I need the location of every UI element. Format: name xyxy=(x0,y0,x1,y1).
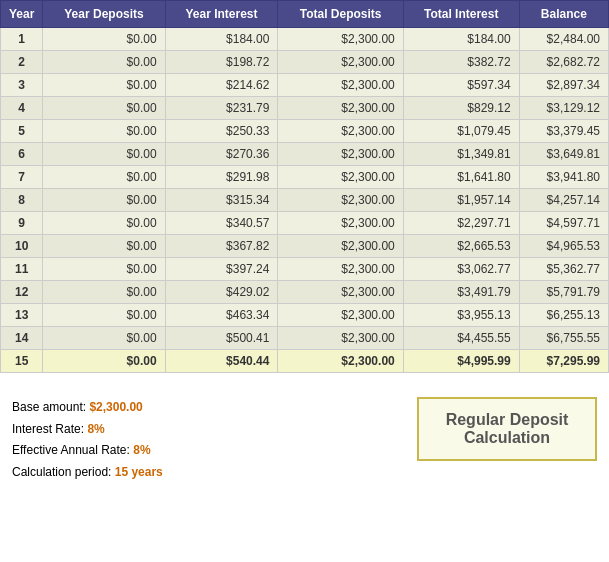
cell-total-deposits: $2,300.00 xyxy=(278,281,403,304)
cell-year: 5 xyxy=(1,120,43,143)
cell-year-interest: $198.72 xyxy=(165,51,278,74)
cell-total-deposits: $2,300.00 xyxy=(278,235,403,258)
cell-total-deposits: $2,300.00 xyxy=(278,189,403,212)
cell-year: 3 xyxy=(1,74,43,97)
table-row: 2$0.00$198.72$2,300.00$382.72$2,682.72 xyxy=(1,51,609,74)
effective-rate-label: Effective Annual Rate: xyxy=(12,443,133,457)
base-amount-value: $2,300.00 xyxy=(89,400,142,414)
table-row: 7$0.00$291.98$2,300.00$1,641.80$3,941.80 xyxy=(1,166,609,189)
table-row: 3$0.00$214.62$2,300.00$597.34$2,897.34 xyxy=(1,74,609,97)
cell-year-interest: $500.41 xyxy=(165,327,278,350)
cell-year: 1 xyxy=(1,28,43,51)
cell-year-deposits: $0.00 xyxy=(43,235,165,258)
cell-year-interest: $184.00 xyxy=(165,28,278,51)
cell-balance: $4,257.14 xyxy=(519,189,608,212)
cell-year: 11 xyxy=(1,258,43,281)
cell-total-interest: $2,665.53 xyxy=(403,235,519,258)
cell-year: 14 xyxy=(1,327,43,350)
cell-year: 9 xyxy=(1,212,43,235)
col-header-balance: Balance xyxy=(519,1,608,28)
cell-year: 6 xyxy=(1,143,43,166)
cell-year-interest: $340.57 xyxy=(165,212,278,235)
table-row: 6$0.00$270.36$2,300.00$1,349.81$3,649.81 xyxy=(1,143,609,166)
table-row: 8$0.00$315.34$2,300.00$1,957.14$4,257.14 xyxy=(1,189,609,212)
footer-box-text: Regular Deposit Calculation xyxy=(446,411,569,447)
table-header-row: Year Year Deposits Year Interest Total D… xyxy=(1,1,609,28)
cell-year-deposits: $0.00 xyxy=(43,51,165,74)
cell-year-interest: $397.24 xyxy=(165,258,278,281)
cell-year-interest: $429.02 xyxy=(165,281,278,304)
table-row: 14$0.00$500.41$2,300.00$4,455.55$6,755.5… xyxy=(1,327,609,350)
cell-year-interest: $367.82 xyxy=(165,235,278,258)
cell-year: 8 xyxy=(1,189,43,212)
cell-total-deposits: $2,300.00 xyxy=(278,74,403,97)
cell-total-interest: $4,995.99 xyxy=(403,350,519,373)
effective-rate-value: 8% xyxy=(133,443,150,457)
cell-total-interest: $3,062.77 xyxy=(403,258,519,281)
cell-year-interest: $231.79 xyxy=(165,97,278,120)
cell-year: 2 xyxy=(1,51,43,74)
col-header-total-interest: Total Interest xyxy=(403,1,519,28)
interest-rate-label: Interest Rate: xyxy=(12,422,87,436)
base-amount-line: Base amount: $2,300.00 xyxy=(12,397,163,419)
cell-balance: $4,965.53 xyxy=(519,235,608,258)
cell-total-interest: $3,955.13 xyxy=(403,304,519,327)
footer-info: Base amount: $2,300.00 Interest Rate: 8%… xyxy=(12,397,163,483)
cell-year: 4 xyxy=(1,97,43,120)
cell-year-deposits: $0.00 xyxy=(43,143,165,166)
cell-total-interest: $184.00 xyxy=(403,28,519,51)
cell-balance: $7,295.99 xyxy=(519,350,608,373)
table-row: 9$0.00$340.57$2,300.00$2,297.71$4,597.71 xyxy=(1,212,609,235)
calculation-table: Year Year Deposits Year Interest Total D… xyxy=(0,0,609,373)
cell-balance: $3,649.81 xyxy=(519,143,608,166)
cell-total-deposits: $2,300.00 xyxy=(278,166,403,189)
cell-balance: $3,129.12 xyxy=(519,97,608,120)
cell-total-interest: $1,957.14 xyxy=(403,189,519,212)
table-row: 1$0.00$184.00$2,300.00$184.00$2,484.00 xyxy=(1,28,609,51)
cell-total-deposits: $2,300.00 xyxy=(278,350,403,373)
cell-year-deposits: $0.00 xyxy=(43,97,165,120)
cell-total-interest: $382.72 xyxy=(403,51,519,74)
cell-total-deposits: $2,300.00 xyxy=(278,97,403,120)
cell-total-interest: $1,641.80 xyxy=(403,166,519,189)
cell-total-deposits: $2,300.00 xyxy=(278,143,403,166)
footer-box: Regular Deposit Calculation xyxy=(417,397,597,461)
cell-year-deposits: $0.00 xyxy=(43,28,165,51)
cell-year: 10 xyxy=(1,235,43,258)
table-row: 11$0.00$397.24$2,300.00$3,062.77$5,362.7… xyxy=(1,258,609,281)
cell-balance: $5,362.77 xyxy=(519,258,608,281)
cell-total-interest: $2,297.71 xyxy=(403,212,519,235)
footer-section: Base amount: $2,300.00 Interest Rate: 8%… xyxy=(0,389,609,491)
col-header-year-interest: Year Interest xyxy=(165,1,278,28)
cell-total-deposits: $2,300.00 xyxy=(278,212,403,235)
cell-total-interest: $4,455.55 xyxy=(403,327,519,350)
cell-year-deposits: $0.00 xyxy=(43,281,165,304)
cell-balance: $2,682.72 xyxy=(519,51,608,74)
table-row: 5$0.00$250.33$2,300.00$1,079.45$3,379.45 xyxy=(1,120,609,143)
cell-balance: $3,941.80 xyxy=(519,166,608,189)
base-amount-label: Base amount: xyxy=(12,400,89,414)
cell-year-interest: $214.62 xyxy=(165,74,278,97)
cell-year-deposits: $0.00 xyxy=(43,166,165,189)
cell-year-deposits: $0.00 xyxy=(43,350,165,373)
cell-balance: $4,597.71 xyxy=(519,212,608,235)
cell-year: 7 xyxy=(1,166,43,189)
col-header-year-deposits: Year Deposits xyxy=(43,1,165,28)
cell-total-deposits: $2,300.00 xyxy=(278,28,403,51)
cell-total-deposits: $2,300.00 xyxy=(278,51,403,74)
table-row: 4$0.00$231.79$2,300.00$829.12$3,129.12 xyxy=(1,97,609,120)
cell-balance: $5,791.79 xyxy=(519,281,608,304)
cell-year: 15 xyxy=(1,350,43,373)
cell-year-deposits: $0.00 xyxy=(43,327,165,350)
cell-total-deposits: $2,300.00 xyxy=(278,258,403,281)
cell-year-deposits: $0.00 xyxy=(43,258,165,281)
cell-balance: $2,484.00 xyxy=(519,28,608,51)
col-header-total-deposits: Total Deposits xyxy=(278,1,403,28)
table-row: 10$0.00$367.82$2,300.00$2,665.53$4,965.5… xyxy=(1,235,609,258)
cell-year-deposits: $0.00 xyxy=(43,74,165,97)
cell-year-deposits: $0.00 xyxy=(43,189,165,212)
cell-total-deposits: $2,300.00 xyxy=(278,304,403,327)
footer-box-line2: Calculation xyxy=(446,429,569,447)
period-label: Calculation period: xyxy=(12,465,115,479)
interest-rate-line: Interest Rate: 8% xyxy=(12,419,163,441)
